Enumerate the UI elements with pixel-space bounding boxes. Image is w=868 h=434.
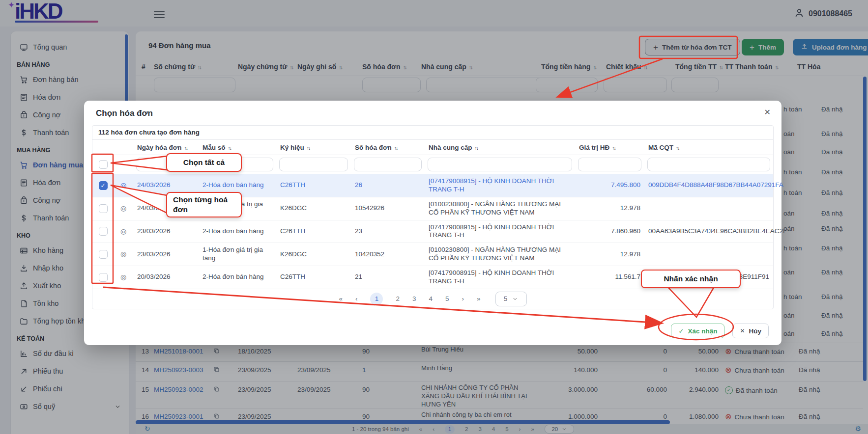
- next-page-icon[interactable]: ›: [462, 295, 464, 302]
- view-icon[interactable]: ◎: [114, 243, 133, 266]
- column-filter-input[interactable]: [578, 158, 641, 171]
- sort-icon[interactable]: ↑↓: [228, 145, 231, 151]
- row-checkbox[interactable]: [99, 250, 108, 259]
- invoice-number: 26: [351, 174, 425, 197]
- view-icon[interactable]: ◎: [114, 197, 133, 220]
- invoice-value: 11.561.7: [575, 266, 644, 289]
- cancel-button[interactable]: ✕ Hủy: [732, 324, 769, 338]
- column-filter-input[interactable]: [647, 158, 770, 171]
- check-icon: ✓: [678, 327, 684, 335]
- column-filter-input[interactable]: [279, 158, 348, 171]
- last-page-icon[interactable]: »: [477, 295, 481, 302]
- invoice-form: 2-Hóa đơn bán hàng: [199, 220, 276, 243]
- invoice-date: 20/03/2026: [133, 266, 199, 289]
- column-header[interactable]: Mã CQT↑↓: [644, 140, 773, 155]
- column-header[interactable]: Mẫu số↑↓: [199, 140, 276, 155]
- sort-icon[interactable]: ↑↓: [394, 145, 398, 151]
- row-checkbox[interactable]: [99, 227, 108, 236]
- column-header[interactable]: Nhà cung cấp↑↓: [425, 140, 575, 155]
- supplier-name: [074179008915] - HỘ KINH DOANH THỜI TRAN…: [425, 174, 575, 197]
- row-checkbox[interactable]: [99, 273, 108, 282]
- page-button[interactable]: 3: [412, 295, 416, 302]
- column-filter-input[interactable]: [428, 158, 572, 171]
- invoice-row[interactable]: ◎23/03/20261-Hóa đơn giá trị gia tăngK26…: [92, 243, 773, 266]
- invoice-serial: C26TTH: [276, 266, 351, 289]
- view-icon[interactable]: ◎: [114, 220, 133, 243]
- confirm-button[interactable]: ✓ Xác nhận: [671, 324, 724, 338]
- column-header[interactable]: Ký hiệu↑↓: [276, 140, 351, 155]
- view-icon[interactable]: ◎: [114, 266, 133, 289]
- invoice-value: 7.860.960: [575, 220, 644, 243]
- invoice-value: 12.978: [575, 197, 644, 220]
- cqt-code: 00AA63A9B5C3A7434E96CA3BB2BE4EAC2F: [644, 220, 773, 243]
- supplier-name: [0100230800] - NGÂN HÀNG THƯƠNG MẠI CỔ P…: [425, 197, 575, 220]
- view-column-header: [114, 140, 133, 155]
- invoice-table-pagination: «‹12345›»5: [92, 289, 773, 309]
- supplier-name: [074179008915] - HỘ KINH DOANH THỜI TRAN…: [425, 220, 575, 243]
- sort-icon[interactable]: ↑↓: [676, 145, 679, 151]
- invoice-value: 12.978: [575, 243, 644, 266]
- close-icon: ✕: [740, 327, 745, 334]
- annotation-select-all: Chọn tất cả: [166, 153, 242, 172]
- view-icon[interactable]: ◎: [114, 174, 133, 197]
- invoice-number: 23: [351, 220, 425, 243]
- invoice-number: 10420352: [351, 243, 425, 266]
- invoice-count: 112 hóa đơn chưa tạo đơn hàng: [92, 126, 773, 140]
- invoice-serial: K26DGC: [276, 197, 351, 220]
- row-checkbox[interactable]: ✓: [99, 181, 108, 190]
- column-header[interactable]: Ngày hóa đơn↑↓: [133, 140, 199, 155]
- invoice-date: 23/03/2026: [133, 243, 199, 266]
- invoice-form: 1-Hóa đơn giá trị gia tăng: [199, 243, 276, 266]
- invoice-serial: C26TTH: [276, 220, 351, 243]
- select-all-checkbox[interactable]: [99, 160, 108, 169]
- supplier-name: [0100230800] - NGÂN HÀNG THƯƠNG MẠI CỔ P…: [425, 243, 575, 266]
- modal-footer: ✓ Xác nhận ✕ Hủy: [671, 324, 769, 338]
- invoice-serial: K26DGC: [276, 243, 351, 266]
- invoice-value: 7.495.800: [575, 174, 644, 197]
- page-size-select[interactable]: 5: [495, 292, 527, 306]
- page-button-active[interactable]: 1: [370, 293, 383, 305]
- invoice-row[interactable]: ◎23/03/20262-Hóa đơn bán hàngC26TTH23[07…: [92, 220, 773, 243]
- invoice-serial: C26TTH: [276, 174, 351, 197]
- sort-icon[interactable]: ↑↓: [184, 145, 188, 151]
- column-filter-input[interactable]: [354, 158, 422, 171]
- close-icon[interactable]: ✕: [764, 108, 771, 117]
- sort-icon[interactable]: ↑↓: [307, 145, 310, 151]
- cqt-code: 009DDB4F4D888A48F98D67BB44A07291FA: [644, 174, 773, 197]
- checkbox-column-header: [92, 140, 114, 155]
- invoice-date: 23/03/2026: [133, 220, 199, 243]
- column-header[interactable]: Số hóa đơn↑↓: [351, 140, 425, 155]
- app-root: ✦ iHKD 0901088465 Tổng quanBÁN HÀNGĐơn h…: [0, 0, 868, 434]
- prev-page-icon[interactable]: ‹: [355, 295, 358, 302]
- row-checkbox[interactable]: [99, 204, 108, 213]
- cqt-code: [644, 197, 773, 220]
- column-header[interactable]: Giá trị HĐ↑↓: [575, 140, 644, 155]
- page-button[interactable]: 2: [396, 295, 400, 302]
- annotation-select-each: Chọn từng hoá đơn: [166, 192, 242, 217]
- sort-icon[interactable]: ↑↓: [612, 145, 615, 151]
- sort-icon[interactable]: ↑↓: [475, 145, 478, 151]
- modal-title: Chọn hóa đơn: [96, 108, 153, 118]
- first-page-icon[interactable]: «: [339, 295, 343, 302]
- select-invoice-modal: Chọn hóa đơn ✕ 112 hóa đơn chưa tạo đơn …: [84, 101, 781, 345]
- annotation-press-confirm: Nhấn xác nhận: [641, 270, 741, 288]
- page-button[interactable]: 5: [445, 295, 449, 302]
- invoice-number: 21: [351, 266, 425, 289]
- supplier-name: [074179008915] - HỘ KINH DOANH THỜI TRAN…: [425, 266, 575, 289]
- invoice-number: 10542926: [351, 197, 425, 220]
- page-button[interactable]: 4: [429, 295, 433, 302]
- cqt-code: [644, 243, 773, 266]
- invoice-form: 2-Hóa đơn bán hàng: [199, 266, 276, 289]
